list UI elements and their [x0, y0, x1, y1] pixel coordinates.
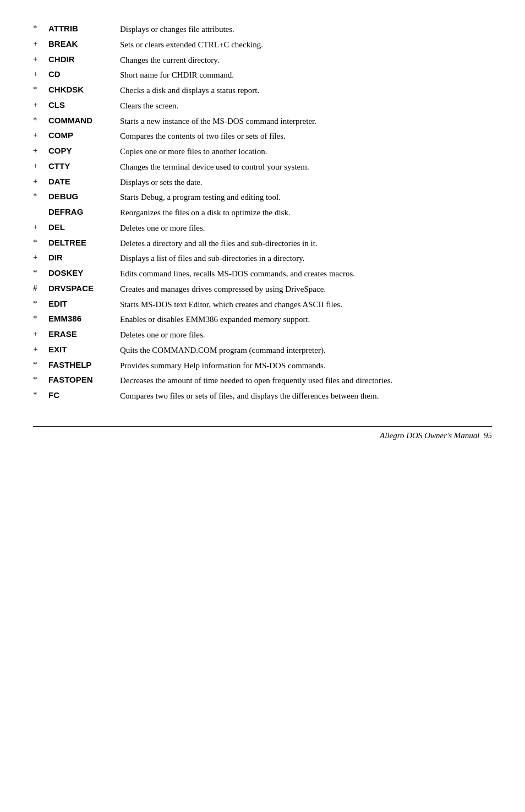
command-desc: Checks a disk and displays a status repo…: [120, 83, 492, 99]
table-row: *DOSKEYEdits command lines, recalls MS-D…: [33, 266, 492, 282]
command-prefix: +: [33, 68, 48, 83]
command-prefix: *: [33, 373, 48, 389]
command-name: FASTHELP: [48, 358, 120, 374]
command-name: EDIT: [48, 297, 120, 313]
table-row: +ERASEDeletes one or more files.: [33, 328, 492, 343]
command-desc: Creates and manages drives compressed by…: [120, 282, 492, 297]
command-desc: Displays a list of files and sub-directo…: [120, 251, 492, 266]
command-desc: Deletes one or more files.: [120, 221, 492, 236]
command-prefix: +: [33, 221, 48, 236]
command-name: EXIT: [48, 343, 120, 358]
command-prefix: #: [33, 282, 48, 297]
command-prefix: [33, 205, 48, 221]
command-desc: Provides summary Help information for MS…: [120, 358, 492, 374]
command-desc: Starts Debug, a program testing and edit…: [120, 190, 492, 205]
command-prefix: +: [33, 328, 48, 343]
table-row: *FASTOPENDecreases the amount of time ne…: [33, 373, 492, 389]
command-prefix: +: [33, 99, 48, 114]
command-name: DRVSPACE: [48, 282, 120, 297]
table-row: +CDShort name for CHDIR command.: [33, 68, 492, 83]
command-name: COMMAND: [48, 114, 120, 129]
command-desc: Enables or disables EMM386 expanded memo…: [120, 312, 492, 328]
command-name: BREAK: [48, 37, 120, 53]
command-name: EMM386: [48, 312, 120, 328]
command-desc: Compares two files or sets of files, and…: [120, 389, 492, 404]
table-row: *FCCompares two files or sets of files, …: [33, 389, 492, 404]
command-prefix: *: [33, 312, 48, 328]
command-name: CLS: [48, 99, 120, 114]
footer: Allegro DOS Owner's Manual 95: [33, 426, 492, 440]
command-prefix: +: [33, 160, 48, 175]
command-desc: Quits the COMMAND.COM program (command i…: [120, 343, 492, 358]
footer-title: Allegro DOS Owner's Manual: [380, 431, 479, 440]
command-name: DOSKEY: [48, 266, 120, 282]
command-name: DELTREE: [48, 236, 120, 252]
command-prefix: +: [33, 343, 48, 358]
table-row: *CHKDSKChecks a disk and displays a stat…: [33, 83, 492, 99]
command-name: DEL: [48, 221, 120, 236]
table-row: *DELTREEDeletes a directory and all the …: [33, 236, 492, 252]
command-name: DATE: [48, 175, 120, 190]
table-row: +BREAKSets or clears extended CTRL+C che…: [33, 37, 492, 53]
command-prefix: +: [33, 129, 48, 144]
command-name: CTTY: [48, 160, 120, 175]
command-desc: Deletes one or more files.: [120, 328, 492, 343]
command-desc: Clears the screen.: [120, 99, 492, 114]
command-desc: Short name for CHDIR command.: [120, 68, 492, 83]
command-prefix: +: [33, 53, 48, 68]
command-name: DEFRAG: [48, 205, 120, 221]
table-row: +DATEDisplays or sets the date.: [33, 175, 492, 190]
command-desc: Sets or clears extended CTRL+C checking.: [120, 37, 492, 53]
table-row: *COMMANDStarts a new instance of the MS-…: [33, 114, 492, 129]
command-desc: Displays or changes file attributes.: [120, 22, 492, 37]
command-prefix: *: [33, 114, 48, 129]
command-prefix: *: [33, 22, 48, 37]
command-desc: Changes the current directory.: [120, 53, 492, 68]
command-name: FASTOPEN: [48, 373, 120, 389]
command-prefix: *: [33, 389, 48, 404]
command-name: CD: [48, 68, 120, 83]
command-prefix: *: [33, 190, 48, 205]
command-prefix: +: [33, 175, 48, 190]
command-name: DIR: [48, 251, 120, 266]
table-row: *EMM386Enables or disables EMM386 expand…: [33, 312, 492, 328]
table-row: +DIRDisplays a list of files and sub-dir…: [33, 251, 492, 266]
command-name: COPY: [48, 144, 120, 160]
footer-page: 95: [484, 431, 492, 440]
command-desc: Changes the terminal device used to cont…: [120, 160, 492, 175]
command-desc: Starts a new instance of the MS-DOS comm…: [120, 114, 492, 129]
table-row: *EDITStarts MS-DOS text Editor, which cr…: [33, 297, 492, 313]
command-desc: Edits command lines, recalls MS-DOS comm…: [120, 266, 492, 282]
command-desc: Deletes a directory and all the files an…: [120, 236, 492, 252]
command-name: DEBUG: [48, 190, 120, 205]
table-row: +EXITQuits the COMMAND.COM program (comm…: [33, 343, 492, 358]
command-desc: Displays or sets the date.: [120, 175, 492, 190]
command-prefix: *: [33, 266, 48, 282]
table-row: DEFRAGReorganizes the files on a disk to…: [33, 205, 492, 221]
command-name: COMP: [48, 129, 120, 144]
command-prefix: +: [33, 251, 48, 266]
command-prefix: *: [33, 297, 48, 313]
command-prefix: +: [33, 37, 48, 53]
command-name: ATTRIB: [48, 22, 120, 37]
table-row: *ATTRIBDisplays or changes file attribut…: [33, 22, 492, 37]
table-row: +CLSClears the screen.: [33, 99, 492, 114]
table-row: +CHDIRChanges the current directory.: [33, 53, 492, 68]
command-name: ERASE: [48, 328, 120, 343]
command-name: CHDIR: [48, 53, 120, 68]
command-desc: Reorganizes the files on a disk to optim…: [120, 205, 492, 221]
command-desc: Starts MS-DOS text Editor, which creates…: [120, 297, 492, 313]
command-name: FC: [48, 389, 120, 404]
table-row: +COPYCopies one or more files to another…: [33, 144, 492, 160]
command-desc: Decreases the amount of time needed to o…: [120, 373, 492, 389]
command-prefix: *: [33, 236, 48, 252]
command-name: CHKDSK: [48, 83, 120, 99]
table-row: +COMPCompares the contents of two files …: [33, 129, 492, 144]
command-prefix: *: [33, 358, 48, 374]
table-row: +CTTYChanges the terminal device used to…: [33, 160, 492, 175]
command-prefix: *: [33, 83, 48, 99]
command-prefix: +: [33, 144, 48, 160]
table-row: *DEBUGStarts Debug, a program testing an…: [33, 190, 492, 205]
command-desc: Copies one or more files to another loca…: [120, 144, 492, 160]
table-row: +DELDeletes one or more files.: [33, 221, 492, 236]
